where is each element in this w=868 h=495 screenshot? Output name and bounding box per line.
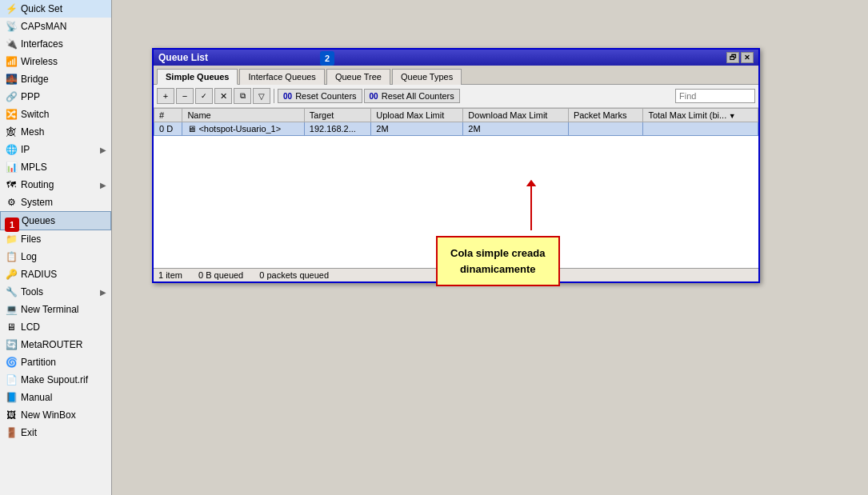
tab-interface-queues[interactable]: Interface Queues xyxy=(239,69,324,85)
sidebar-item-partition[interactable]: 🌀Partition xyxy=(0,353,111,371)
sidebar-item-capsman[interactable]: 📡CAPsMAN xyxy=(0,18,111,35)
sidebar-label-metarouter: MetaROUTER xyxy=(21,339,82,350)
sidebar-item-mesh[interactable]: 🕸Mesh xyxy=(0,123,111,141)
col-header-1: Name xyxy=(182,109,304,122)
sidebar-item-log[interactable]: 📋Log xyxy=(0,248,111,265)
files-icon: 📁 xyxy=(5,233,18,246)
sidebar-item-routing[interactable]: 🗺Routing▶ xyxy=(0,176,111,194)
tab-simple-queues[interactable]: Simple Queues xyxy=(157,69,238,85)
content-area: 2 Queue List 🗗 ✕ Simple QueuesInterface … xyxy=(112,0,868,495)
sidebar-label-mpls: MPLS xyxy=(21,162,47,173)
new-terminal-icon: 💻 xyxy=(5,303,18,316)
annotation-line1: Cola simple creada xyxy=(450,247,546,259)
table-body: 0 D🖥 <hotspot-Usuario_1>192.168.2...2M2M xyxy=(154,122,758,136)
queued-bytes: 0 B queued xyxy=(198,270,243,280)
reset-all-counters-button[interactable]: 00 Reset All Counters xyxy=(364,89,460,103)
col-header-3: Upload Max Limit xyxy=(371,109,463,122)
sidebar-label-exit: Exit xyxy=(21,427,37,438)
add-button[interactable]: + xyxy=(157,88,174,104)
tools-arrow-icon: ▶ xyxy=(100,288,106,297)
sidebar-label-lcd: LCD xyxy=(21,321,40,333)
ip-arrow-icon: ▶ xyxy=(100,146,106,154)
close-button[interactable]: ✕ xyxy=(741,52,754,63)
badge-2: 2 xyxy=(320,51,334,66)
ppp-icon: 🔗 xyxy=(5,90,18,103)
table-cell-6 xyxy=(643,122,758,136)
badge-1: 1 xyxy=(5,218,19,232)
tab-bar: Simple QueuesInterface QueuesQueue TreeQ… xyxy=(154,66,758,85)
col-header-4: Download Max Limit xyxy=(463,109,569,122)
sidebar-item-metarouter[interactable]: 🔄MetaROUTER xyxy=(0,336,111,353)
sidebar-item-new-winbox[interactable]: 🖼New WinBox xyxy=(0,406,111,424)
table-cell-0: 0 D xyxy=(154,122,182,136)
reset-counters-button[interactable]: 00 Reset Counters xyxy=(278,89,362,103)
sidebar-label-partition: Partition xyxy=(21,357,56,368)
sidebar-item-mpls[interactable]: 📊MPLS xyxy=(0,158,111,176)
ip-icon: 🌐 xyxy=(5,143,18,156)
filter-button[interactable]: ▽ xyxy=(253,88,270,104)
sidebar-label-quick-set: Quick Set xyxy=(21,3,62,14)
check-button[interactable]: ✓ xyxy=(195,88,213,104)
sidebar-label-wireless: Wireless xyxy=(21,56,58,67)
table-cell-4: 2M xyxy=(463,122,569,136)
bridge-icon: 🌉 xyxy=(5,73,18,86)
sidebar-label-queues: Queues xyxy=(22,215,55,226)
table-cell-1: 🖥 <hotspot-Usuario_1> xyxy=(182,122,304,136)
annotation-box: Cola simple creada dinamicamente xyxy=(436,236,560,286)
tab-queue-tree[interactable]: Queue Tree xyxy=(326,69,390,85)
sidebar-item-wireless[interactable]: 📶Wireless xyxy=(0,53,111,70)
sidebar-item-lcd[interactable]: 🖥LCD xyxy=(0,318,111,336)
copy-button[interactable]: ⧉ xyxy=(234,88,251,104)
remove-button[interactable]: − xyxy=(176,88,194,104)
sidebar-item-ip[interactable]: 🌐IP▶ xyxy=(0,141,111,158)
sidebar-item-manual[interactable]: 📘Manual xyxy=(0,389,111,406)
sidebar: ⚡Quick Set📡CAPsMAN🔌Interfaces📶Wireless🌉B… xyxy=(0,0,112,495)
sidebar-item-radius[interactable]: 🔑RADIUS xyxy=(0,265,111,283)
exit-icon: 🚪 xyxy=(5,426,18,439)
sidebar-item-quick-set[interactable]: ⚡Quick Set xyxy=(0,0,111,18)
find-input[interactable] xyxy=(675,89,755,103)
mpls-icon: 📊 xyxy=(5,161,18,174)
sidebar-label-capsman: CAPsMAN xyxy=(21,21,66,32)
col-header-2: Target xyxy=(304,109,371,122)
sidebar-label-log: Log xyxy=(21,251,37,262)
sidebar-item-interfaces[interactable]: 🔌Interfaces xyxy=(0,35,111,53)
sidebar-item-make-supout[interactable]: 📄Make Supout.rif xyxy=(0,371,111,389)
log-icon: 📋 xyxy=(5,250,18,263)
tab-queue-types[interactable]: Queue Types xyxy=(392,69,462,85)
system-icon: ⚙ xyxy=(5,196,18,209)
partition-icon: 🌀 xyxy=(5,356,18,369)
routing-arrow-icon: ▶ xyxy=(100,181,106,190)
table-cell-5 xyxy=(568,122,643,136)
annotation-line2: dinamicamente xyxy=(460,263,536,275)
manual-icon: 📘 xyxy=(5,391,18,404)
sidebar-item-new-terminal[interactable]: 💻New Terminal xyxy=(0,301,111,318)
sidebar-label-new-terminal: New Terminal xyxy=(21,304,78,315)
sidebar-item-bridge[interactable]: 🌉Bridge xyxy=(0,70,111,88)
window-titlebar: Queue List 🗗 ✕ xyxy=(154,50,758,66)
restore-button[interactable]: 🗗 xyxy=(726,52,739,63)
col-header-0: # xyxy=(154,109,182,122)
table-cell-3: 2M xyxy=(371,122,463,136)
queue-table: #NameTargetUpload Max LimitDownload Max … xyxy=(154,108,758,136)
sidebar-label-system: System xyxy=(21,197,53,208)
col-header-6: Total Max Limit (bi... ▼ xyxy=(643,109,758,122)
interfaces-icon: 🔌 xyxy=(5,38,18,50)
sidebar-item-files[interactable]: 📁Files xyxy=(0,230,111,248)
quick-set-icon: ⚡ xyxy=(5,2,18,15)
sidebar-item-switch[interactable]: 🔀Switch xyxy=(0,106,111,123)
table-row[interactable]: 0 D🖥 <hotspot-Usuario_1>192.168.2...2M2M xyxy=(154,122,758,136)
col-header-5: Packet Marks xyxy=(568,109,643,122)
sidebar-item-ppp[interactable]: 🔗PPP xyxy=(0,88,111,106)
sidebar-item-system[interactable]: ⚙System xyxy=(0,194,111,211)
table-header-row: #NameTargetUpload Max LimitDownload Max … xyxy=(154,109,758,122)
cross-button[interactable]: ✕ xyxy=(214,88,232,104)
sidebar-label-switch: Switch xyxy=(21,109,49,120)
tools-icon: 🔧 xyxy=(5,285,18,298)
sidebar-item-exit[interactable]: 🚪Exit xyxy=(0,424,111,441)
sidebar-label-bridge: Bridge xyxy=(21,74,49,85)
table-cell-2: 192.168.2... xyxy=(304,122,371,136)
toolbar-sep-1 xyxy=(274,89,274,103)
switch-icon: 🔀 xyxy=(5,108,18,121)
sidebar-item-tools[interactable]: 🔧Tools▶ xyxy=(0,283,111,301)
